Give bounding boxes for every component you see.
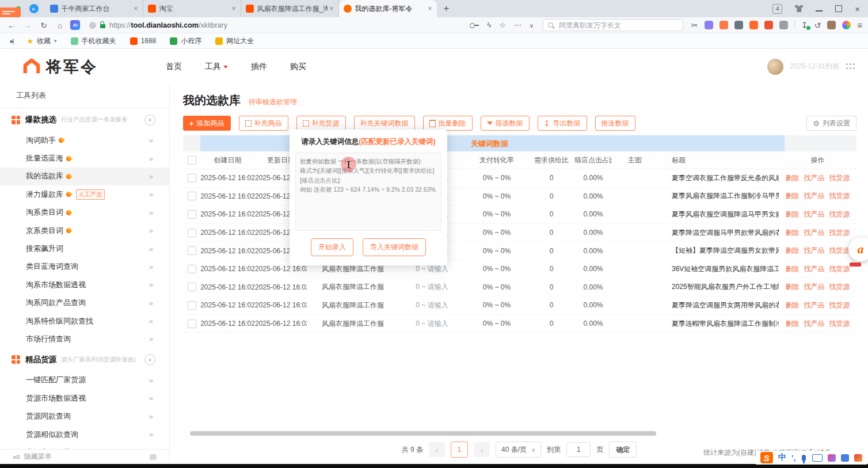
- close-icon[interactable]: [428, 5, 432, 13]
- button-补充货源[interactable]: 补充货源: [296, 116, 346, 131]
- delete-link[interactable]: 删除: [786, 282, 800, 292]
- site-info-icon[interactable]: [89, 22, 96, 29]
- back-button[interactable]: [6, 21, 17, 30]
- toolbar-search-input[interactable]: [558, 21, 664, 30]
- sidebar-item-0-9[interactable]: 淘系同款产品查询: [0, 294, 169, 312]
- delete-link[interactable]: 删除: [786, 191, 800, 201]
- close-icon[interactable]: [134, 5, 138, 13]
- ssl-lock-icon[interactable]: [100, 24, 105, 28]
- find-supply-link[interactable]: 找货源: [829, 191, 850, 201]
- import-keyword-data-button[interactable]: 导入关键词数据: [363, 238, 426, 256]
- bookmark-star-icon[interactable]: [499, 21, 506, 29]
- prev-page-button[interactable]: [429, 442, 445, 457]
- box-icon[interactable]: [734, 21, 743, 29]
- wangwang-icon[interactable]: [749, 21, 758, 29]
- sidebar-item-0-10[interactable]: 淘系特价版同款查找: [0, 312, 169, 330]
- promo-icon[interactable]: [764, 21, 773, 29]
- sidebar-item-1-1[interactable]: 货源市场数据透视: [0, 389, 169, 407]
- restore-button[interactable]: [835, 5, 842, 12]
- find-product-link[interactable]: 找产品: [804, 173, 825, 183]
- sidebar-item-0-11[interactable]: 市场行情查询: [0, 330, 169, 348]
- find-supply-link[interactable]: 找货源: [829, 282, 850, 292]
- alibaba-float-widget[interactable]: a: [848, 237, 868, 267]
- game-center-icon[interactable]: [719, 21, 728, 29]
- nav-item-0[interactable]: 首页: [166, 62, 182, 72]
- bookmark-3[interactable]: 小程序: [170, 36, 201, 46]
- sidebar-item-0-8[interactable]: 淘系市场数据透视: [0, 276, 169, 294]
- sidebar-item-1-0[interactable]: 一键匹配厂家货源: [0, 371, 169, 389]
- sidebar-item-0-6[interactable]: 搜索飙升词: [0, 239, 169, 257]
- tab-3[interactable]: 我的选款库-将军令: [339, 0, 437, 17]
- product-title[interactable]: 2025智能风扇衣服男户外工作工地制冷...: [658, 282, 779, 292]
- nav-item-1[interactable]: 工具: [205, 62, 228, 72]
- find-supply-link[interactable]: 找货源: [829, 210, 850, 219]
- tab-count-badge[interactable]: 4: [772, 4, 782, 14]
- sidebar-item-0-2[interactable]: 我的选款库: [0, 168, 169, 185]
- nav-item-3[interactable]: 购买: [290, 62, 306, 72]
- pending-review-link[interactable]: 待审核选款管理: [249, 97, 297, 107]
- tab-1[interactable]: 淘宝: [143, 0, 241, 17]
- find-product-link[interactable]: 找产品: [804, 282, 825, 292]
- select-all-checkbox[interactable]: [188, 156, 196, 165]
- toolbox-icon[interactable]: [841, 454, 849, 462]
- next-page-button[interactable]: [474, 442, 490, 457]
- product-title[interactable]: 夏季空调衣服工作服带反光条的风扇衣...: [658, 173, 779, 183]
- find-product-link[interactable]: 找产品: [804, 246, 825, 256]
- bookmark-1[interactable]: 手机收藏夹: [71, 36, 116, 46]
- horizontal-scrollbar[interactable]: [190, 431, 656, 436]
- hidden-menu-toggle[interactable]: 隐藏菜单: [0, 449, 169, 464]
- close-icon[interactable]: [232, 5, 236, 13]
- sidebar-item-0-7[interactable]: 类目蓝海词查询: [0, 258, 169, 276]
- pinned-shortcut-icon[interactable]: ▸: [29, 4, 39, 13]
- delete-link[interactable]: 删除: [786, 246, 800, 256]
- delete-link[interactable]: 删除: [786, 173, 800, 183]
- sidebar-item-0-1[interactable]: 批量选蓝海: [0, 149, 169, 167]
- chevron-circle-icon[interactable]: [144, 354, 155, 365]
- row-checkbox[interactable]: [188, 229, 196, 237]
- find-product-link[interactable]: 找产品: [804, 264, 825, 274]
- address-bar[interactable]: https://tool.dianlaoshi.com/xklibrary: [85, 21, 538, 29]
- find-product-link[interactable]: 找产品: [804, 228, 825, 238]
- delete-link[interactable]: 删除: [786, 319, 800, 329]
- sidebar-item-1-3[interactable]: 货源相似款查询: [0, 425, 169, 443]
- start-entry-button[interactable]: 开始录入: [311, 238, 353, 256]
- url-text[interactable]: https://tool.dianlaoshi.com/xklibrary: [109, 21, 227, 29]
- undo-icon[interactable]: [814, 21, 821, 30]
- product-title[interactable]: 夏季连帽带风扇衣服降温工作服制冷户...: [658, 319, 779, 329]
- row-checkbox[interactable]: [188, 301, 196, 310]
- bookmark-0[interactable]: 收藏▾: [26, 36, 56, 46]
- sidebar-section-0[interactable]: 爆款挑选行业产品货源一条龙服务: [0, 108, 169, 131]
- button-补充商品[interactable]: 补充商品: [239, 116, 288, 131]
- find-supply-link[interactable]: 找货源: [829, 228, 850, 238]
- product-title[interactable]: 夏季风扇衣服空调服降温马甲男女款充...: [658, 210, 779, 219]
- row-checkbox[interactable]: [188, 283, 196, 291]
- chevron-down-icon[interactable]: [530, 21, 534, 29]
- row-checkbox[interactable]: [188, 319, 196, 328]
- apps-icon[interactable]: [705, 21, 713, 29]
- goto-page-input[interactable]: 1: [566, 442, 591, 457]
- home-button[interactable]: [54, 21, 66, 30]
- close-window-button[interactable]: ×: [855, 4, 860, 14]
- find-product-link[interactable]: 找产品: [804, 300, 825, 310]
- sogou-input-icon[interactable]: S: [760, 452, 773, 463]
- current-page-button[interactable]: 1: [451, 442, 468, 458]
- emoji-icon[interactable]: [854, 454, 862, 462]
- row-checkbox[interactable]: [188, 174, 196, 182]
- delete-link[interactable]: 删除: [786, 264, 800, 274]
- chevron-circle-icon[interactable]: [144, 115, 155, 125]
- bookmark-2[interactable]: 1688: [130, 36, 157, 46]
- sidebar-item-0-0[interactable]: 淘词助手: [0, 131, 169, 149]
- login-reminder-badge[interactable]: [0, 7, 21, 17]
- find-product-link[interactable]: 找产品: [804, 210, 825, 219]
- quick-action-icon[interactable]: [487, 21, 491, 29]
- sidebar-item-0-5[interactable]: 京系类目词: [0, 222, 169, 239]
- delete-link[interactable]: 删除: [786, 210, 800, 219]
- row-checkbox[interactable]: [188, 246, 196, 255]
- more-actions-icon[interactable]: [514, 21, 521, 29]
- button-导出数据[interactable]: 导出数据: [538, 116, 587, 131]
- button-添加商品[interactable]: 添加商品: [183, 116, 231, 131]
- find-supply-link[interactable]: 找货源: [829, 264, 850, 274]
- find-supply-link[interactable]: 找货源: [829, 173, 850, 183]
- minimize-button[interactable]: [816, 10, 823, 12]
- ai-assistant-icon[interactable]: AI: [70, 20, 80, 30]
